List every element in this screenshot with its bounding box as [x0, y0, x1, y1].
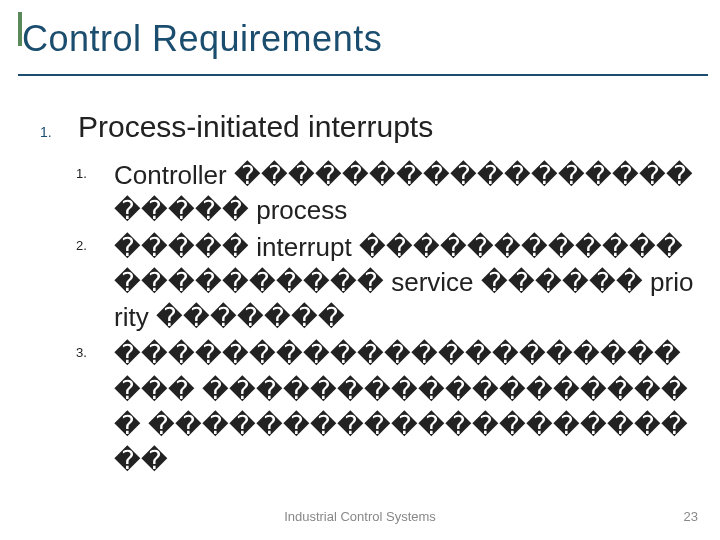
list-item-level2: 3. ������������������������ ������������… [76, 337, 702, 477]
list-item-level1: 1. Process-initiated interrupts [40, 110, 702, 144]
list-text: ����� interrupt ���������������������� s… [114, 230, 702, 335]
title-block: Control Requirements [18, 10, 702, 72]
list-text: Controller ���������������������� proces… [114, 158, 702, 228]
slide: Control Requirements 1. Process-initiate… [0, 0, 720, 540]
sublist: 1. Controller ���������������������� pro… [40, 158, 702, 478]
footer-text: Industrial Control Systems [0, 509, 720, 524]
list-number: 2. [76, 230, 92, 253]
list-text: ������������������������ ���������������… [114, 337, 702, 477]
list-number: 3. [76, 337, 92, 360]
list-number: 1. [76, 158, 92, 181]
content-area: 1. Process-initiated interrupts 1. Contr… [18, 72, 702, 478]
page-number: 23 [684, 509, 698, 524]
list-text: Process-initiated interrupts [78, 110, 433, 144]
list-item-level2: 2. ����� interrupt ���������������������… [76, 230, 702, 335]
list-item-level2: 1. Controller ���������������������� pro… [76, 158, 702, 228]
list-number: 1. [40, 124, 60, 140]
slide-title: Control Requirements [22, 18, 702, 60]
title-accent [18, 12, 22, 46]
title-underline [18, 74, 708, 76]
